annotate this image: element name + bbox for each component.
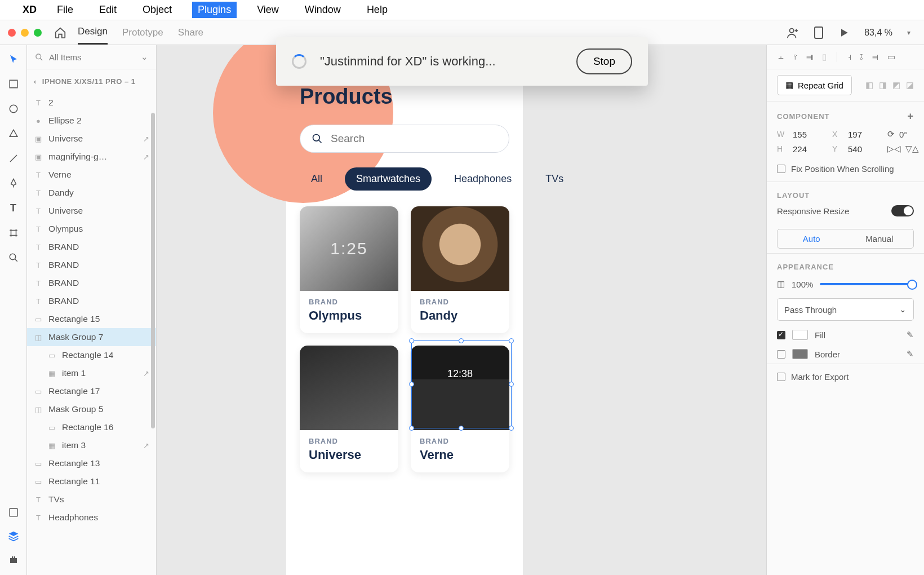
mark-export-row[interactable]: Mark for Export bbox=[767, 364, 924, 390]
home-icon[interactable] bbox=[54, 26, 66, 39]
zoom-value[interactable]: 83,4 % bbox=[864, 28, 892, 38]
device-preview-icon[interactable] bbox=[814, 26, 824, 39]
layer-item[interactable]: TBRAND bbox=[27, 256, 156, 274]
fix-position-checkbox[interactable] bbox=[777, 165, 785, 173]
opacity-slider[interactable] bbox=[820, 283, 914, 285]
stop-button[interactable]: Stop bbox=[576, 48, 632, 74]
flip-v-icon[interactable]: ▽△ bbox=[905, 144, 919, 154]
fill-checkbox[interactable] bbox=[777, 331, 785, 339]
repeat-grid-button[interactable]: ▦ Repeat Grid bbox=[777, 75, 852, 95]
layer-item[interactable]: TDandy bbox=[27, 184, 156, 202]
layer-item[interactable]: T2 bbox=[27, 94, 156, 112]
align-top-icon[interactable]: ⫠ bbox=[777, 52, 785, 62]
layer-item[interactable]: TVerne bbox=[27, 166, 156, 184]
align-stretch-h-icon[interactable]: ▭ bbox=[887, 52, 895, 62]
align-right-icon[interactable]: ⫤ bbox=[871, 52, 879, 62]
rectangle-tool-icon[interactable] bbox=[7, 78, 20, 90]
layer-item[interactable]: ▭Rectangle 14 bbox=[27, 346, 156, 364]
layer-item[interactable]: TBRAND bbox=[27, 238, 156, 256]
filter-tvs[interactable]: TVs bbox=[534, 167, 575, 191]
menu-file[interactable]: File bbox=[51, 2, 79, 18]
h-value[interactable]: 224 bbox=[793, 144, 827, 154]
ellipse-tool-icon[interactable] bbox=[7, 103, 20, 115]
boolean-intersect-icon[interactable]: ◩ bbox=[892, 80, 900, 90]
align-vcenter-icon[interactable]: ⫯ bbox=[793, 52, 798, 62]
invite-icon[interactable] bbox=[787, 26, 799, 39]
tab-prototype[interactable]: Prototype bbox=[122, 20, 163, 45]
maximize-window[interactable] bbox=[34, 29, 42, 37]
border-checkbox[interactable] bbox=[777, 350, 785, 359]
plugins-panel-icon[interactable] bbox=[7, 554, 20, 566]
layer-item[interactable]: ▭Rectangle 16 bbox=[27, 418, 156, 436]
layer-item[interactable]: ▦item 1↗ bbox=[27, 364, 156, 382]
filter-headphones[interactable]: Headphones bbox=[443, 167, 523, 191]
minimize-window[interactable] bbox=[21, 29, 29, 37]
align-hcenter-icon[interactable]: ⫱ bbox=[860, 52, 863, 62]
border-eyedropper-icon[interactable]: ✎ bbox=[907, 349, 914, 359]
boolean-add-icon[interactable]: ◧ bbox=[865, 80, 873, 90]
opacity-value[interactable]: 100% bbox=[792, 280, 813, 289]
canvas[interactable]: 2 Products All Smartwatches Headphones T… bbox=[157, 45, 766, 575]
layer-item[interactable]: TBRAND bbox=[27, 292, 156, 310]
rotate-icon[interactable]: ⟳ bbox=[887, 129, 895, 139]
search-input[interactable] bbox=[331, 132, 497, 145]
add-component-icon[interactable]: + bbox=[907, 110, 914, 122]
blend-mode-select[interactable]: Pass Through ⌄ bbox=[777, 298, 914, 321]
layer-item[interactable]: ▭Rectangle 13 bbox=[27, 454, 156, 472]
layer-item[interactable]: ▦item 3↗ bbox=[27, 436, 156, 454]
pen-tool-icon[interactable] bbox=[7, 177, 20, 189]
x-value[interactable]: 197 bbox=[848, 130, 882, 139]
text-tool-icon[interactable]: T bbox=[7, 202, 20, 214]
layer-item[interactable]: TBRAND bbox=[27, 274, 156, 292]
w-value[interactable]: 155 bbox=[793, 130, 827, 139]
play-icon[interactable] bbox=[838, 27, 850, 38]
selection-box[interactable] bbox=[411, 340, 512, 428]
close-window[interactable] bbox=[8, 29, 16, 37]
layer-item[interactable]: THeadphones bbox=[27, 508, 156, 527]
select-tool-icon[interactable] bbox=[7, 53, 20, 65]
responsive-toggle[interactable] bbox=[891, 205, 914, 216]
zoom-tool-icon[interactable] bbox=[7, 251, 20, 264]
filter-smartwatches[interactable]: Smartwatches bbox=[345, 167, 432, 191]
artboard-breadcrumb[interactable]: ‹ IPHONE X/XS/11 PRO – 1 bbox=[27, 69, 156, 94]
zoom-chevron-icon[interactable]: ▾ bbox=[907, 29, 910, 37]
resize-mode-segment[interactable]: Auto Manual bbox=[777, 229, 914, 249]
layer-item[interactable]: ▣magnifying-g…↗ bbox=[27, 148, 156, 166]
assets-icon[interactable] bbox=[7, 506, 20, 519]
line-tool-icon[interactable] bbox=[7, 152, 20, 165]
layers-search[interactable]: All Items ⌄ bbox=[27, 45, 156, 69]
layer-item[interactable]: TUniverse bbox=[27, 202, 156, 220]
layer-item[interactable]: TOlympus bbox=[27, 220, 156, 238]
layer-item[interactable]: TTVs bbox=[27, 490, 156, 508]
boolean-subtract-icon[interactable]: ◨ bbox=[879, 80, 887, 90]
layer-item[interactable]: ●Ellipse 2 bbox=[27, 112, 156, 130]
polygon-tool-icon[interactable] bbox=[7, 127, 20, 140]
fix-position-row[interactable]: Fix Position When Scrolling bbox=[767, 162, 924, 182]
menu-plugins[interactable]: Plugins bbox=[192, 2, 237, 18]
layer-item[interactable]: ◫Mask Group 7 bbox=[27, 328, 156, 346]
menu-help[interactable]: Help bbox=[361, 2, 393, 18]
menu-edit[interactable]: Edit bbox=[94, 2, 122, 18]
align-bottom-icon[interactable]: ⫥ bbox=[806, 52, 814, 62]
mark-export-checkbox[interactable] bbox=[777, 373, 785, 381]
layer-item[interactable]: ◫Mask Group 5 bbox=[27, 400, 156, 418]
layer-item[interactable]: ▭Rectangle 15 bbox=[27, 310, 156, 328]
fill-swatch[interactable] bbox=[792, 330, 808, 340]
artboard[interactable]: 2 Products All Smartwatches Headphones T… bbox=[286, 45, 523, 575]
artboard-tool-icon[interactable] bbox=[7, 227, 20, 239]
resize-manual[interactable]: Manual bbox=[846, 229, 914, 248]
layer-item[interactable]: ▭Rectangle 17 bbox=[27, 382, 156, 400]
resize-auto[interactable]: Auto bbox=[778, 229, 846, 248]
tab-share[interactable]: Share bbox=[178, 20, 203, 45]
app-name[interactable]: XD bbox=[23, 4, 37, 16]
menu-view[interactable]: View bbox=[251, 2, 285, 18]
border-swatch[interactable] bbox=[792, 349, 808, 359]
boolean-exclude-icon[interactable]: ◪ bbox=[906, 80, 914, 90]
layers-scrollbar[interactable] bbox=[151, 113, 155, 428]
align-left-icon[interactable]: ⫞ bbox=[847, 52, 852, 62]
flip-h-icon[interactable]: ▷◁ bbox=[887, 144, 901, 154]
layers-icon[interactable] bbox=[7, 530, 20, 542]
rotation-value[interactable]: 0° bbox=[899, 130, 907, 139]
y-value[interactable]: 540 bbox=[848, 144, 882, 154]
chevron-down-icon[interactable]: ⌄ bbox=[141, 52, 148, 62]
